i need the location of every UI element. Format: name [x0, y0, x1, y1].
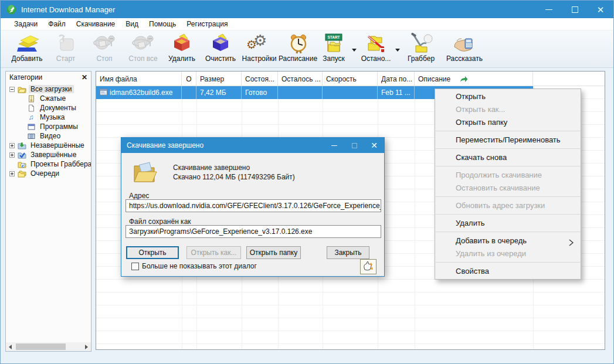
address-field[interactable]: https://us.download.nvidia.com/GFE/GFECl… [125, 199, 381, 212]
address-label: Адрес [129, 192, 149, 200]
minimize-icon [331, 145, 337, 146]
close-button[interactable]: ✕ [588, 1, 613, 18]
column-queue[interactable]: О [182, 72, 196, 86]
ctx-delete[interactable]: Удалить [435, 217, 581, 230]
cell-status: Готово [242, 86, 278, 99]
categories-close-icon[interactable]: ✕ [82, 73, 87, 81]
toolbar-stop-all-button[interactable]: Стоп все [124, 33, 162, 67]
close-dialog-button[interactable]: Закрыть [327, 246, 369, 259]
open-with-button[interactable]: Открыть как... [186, 246, 241, 259]
tree-item-video[interactable]: Видео [6, 131, 91, 141]
stop-icon [92, 33, 117, 54]
toolbar-stop-queue-button[interactable]: Остано... [358, 33, 393, 67]
menu-separator [436, 196, 580, 197]
dont-show-again-checkbox[interactable]: Больше не показывать этот диалог [131, 262, 257, 270]
column-status[interactable]: Состоя... [242, 72, 278, 86]
expand-icon[interactable] [9, 152, 15, 158]
menu-registration[interactable]: Регистрация [181, 18, 233, 30]
toolbar-clear-button[interactable]: Очистить [201, 33, 240, 67]
column-size[interactable]: Размер [196, 72, 242, 86]
tree-item-unfinished[interactable]: Незавершённые [6, 141, 91, 150]
maximize-icon [572, 6, 578, 13]
maximize-button[interactable] [562, 1, 588, 18]
tree-item-programs[interactable]: Программы [6, 122, 91, 131]
scroll-right-icon[interactable] [82, 342, 91, 351]
column-timeleft[interactable]: Осталось ... [278, 72, 323, 86]
ctx-stop[interactable]: Остановить скачивание [435, 182, 581, 195]
toolbar-tell-friend-button[interactable]: Рассказать [440, 33, 489, 67]
expand-icon[interactable] [9, 143, 15, 148]
tree-item-documents[interactable]: Документы [6, 103, 91, 113]
stop-all-icon [131, 33, 155, 54]
menu-help[interactable]: Помощь [144, 18, 181, 30]
scrollbar-thumb[interactable] [16, 343, 66, 350]
menu-separator [436, 166, 580, 166]
column-date[interactable]: Дата по... [378, 72, 415, 86]
saved-as-field[interactable]: Загрузки\Programs\GeForce_Experience_v3.… [125, 225, 381, 238]
scroll-left-icon[interactable] [6, 342, 15, 351]
start-icon [53, 33, 78, 54]
ctx-move-rename[interactable]: Переместить/Переименовать [435, 134, 581, 147]
toolbar-delete-button[interactable]: Удалить [162, 33, 201, 67]
cell-timeleft [278, 86, 323, 99]
toolbar-grabber-button[interactable]: Граббер [402, 33, 440, 67]
dialog-title: Скачивание завершено [127, 141, 324, 149]
ctx-open[interactable]: Открыть [435, 90, 581, 103]
tree-item-queues[interactable]: Очереди [6, 169, 91, 178]
close-icon: ✕ [597, 5, 605, 14]
open-folder-download-icon [132, 161, 159, 186]
open-button[interactable]: Открыть [126, 246, 179, 259]
toolbar-start-button[interactable]: Старт [46, 33, 85, 67]
dialog-titlebar[interactable]: Скачивание завершено ✕ [121, 138, 384, 153]
stop-queue-dropdown-arrow[interactable] [393, 33, 402, 67]
clear-icon [208, 33, 233, 54]
ctx-refresh-address[interactable]: Обновить адрес загрузки [435, 199, 581, 212]
column-speed[interactable]: Скорость [323, 72, 378, 86]
checkbox-icon[interactable] [131, 263, 139, 270]
menu-download[interactable]: Скачивание [71, 18, 120, 30]
ctx-resume[interactable]: Продолжить скачивание [435, 169, 581, 182]
chevron-down-icon [352, 49, 357, 52]
ctx-remove-from-queue[interactable]: Удалить из очереди [435, 247, 581, 260]
tree-item-grabber-projects[interactable]: e Проекты Граббера [6, 159, 91, 169]
tree-item-all-downloads[interactable]: Все загрузки [6, 84, 91, 94]
window-title: Internet Download Manager [21, 5, 115, 14]
ctx-add-to-queue[interactable]: Добавить в очередь [435, 234, 581, 247]
ctx-properties[interactable]: Свойства [435, 265, 581, 278]
column-filename[interactable]: Имя файла [96, 72, 182, 86]
minimize-button[interactable] [536, 1, 562, 18]
toolbar-add-button[interactable]: Добавить [8, 33, 46, 67]
ctx-redownload[interactable]: Скачать снова [435, 151, 581, 164]
ctx-open-folder[interactable]: Открыть папку [435, 116, 581, 129]
open-folder-button[interactable]: Открыть папку [246, 246, 301, 259]
tree-item-compressed[interactable]: Сжатые [6, 94, 91, 103]
categories-header: Категории ✕ [6, 72, 91, 83]
toolbar-start-queue-button[interactable]: START Запуск [317, 33, 350, 67]
tree-item-music[interactable]: ♫ Музыка [6, 113, 91, 122]
toolbar-stop-button[interactable]: Стоп [85, 33, 124, 67]
menu-separator [436, 232, 580, 232]
toolbar-options-button[interactable]: ⚙⚙ Настройки [240, 33, 279, 67]
options-gears-icon: ⚙⚙ [247, 33, 272, 54]
ctx-open-with[interactable]: Открыть как... [435, 103, 581, 116]
start-queue-dropdown-arrow[interactable] [350, 33, 358, 67]
sidebar-horizontal-scrollbar[interactable] [6, 342, 91, 351]
menu-file[interactable]: Файл [43, 18, 71, 30]
menubar: Задачи Файл Скачивание Вид Помощь Регист… [1, 18, 613, 30]
tree-item-finished[interactable]: Завершённые [6, 150, 91, 159]
idm-logo-icon [6, 5, 16, 15]
expand-icon[interactable] [9, 171, 15, 176]
toolbar-scheduler-button[interactable]: Расписание [279, 33, 317, 67]
dialog-close-button[interactable]: ✕ [364, 138, 384, 153]
menu-tasks[interactable]: Задачи [9, 18, 43, 30]
dialog-minimize-button[interactable] [324, 138, 344, 153]
grabber-icon [409, 33, 433, 54]
menu-separator [436, 131, 580, 131]
checkbox-label: Больше не показывать этот диалог [142, 262, 257, 270]
cell-date: Feb 11 ... [378, 86, 415, 99]
menu-view[interactable]: Вид [120, 18, 144, 30]
dialog-maximize-button[interactable] [344, 138, 364, 153]
drag-hand-icon[interactable] [360, 259, 376, 274]
collapse-icon[interactable] [9, 87, 15, 92]
column-description[interactable]: Описание [415, 72, 533, 86]
